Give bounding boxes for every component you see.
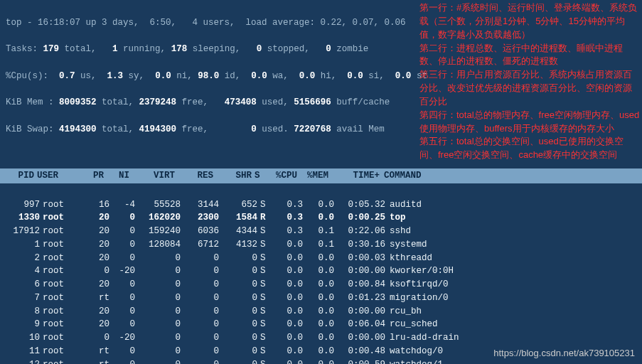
annotation-overlay: 第一行：#系统时间、运行时间、登录终端数、系统负载（三个数，分别是1分钟、5分钟… xyxy=(419,1,640,162)
table-row[interactable]: 4root0-20000S0.00.00:00.00kworker/0:0H xyxy=(6,264,636,278)
table-row[interactable]: 997root16-4555283144652S0.30.00:05.32aud… xyxy=(6,198,636,212)
table-row[interactable]: 8root200000S0.00.00:00.00rcu_bh xyxy=(6,305,636,318)
annotation-line: 第二行：进程总数、运行中的进程数、睡眠中进程数、停止的进程数、僵死的进程数 xyxy=(419,42,640,69)
annotation-line: 第四行：total总的物理内存、free空闲物理内存、used使用物理内存、bu… xyxy=(419,109,640,136)
table-row[interactable]: 1root20012808467124132S0.00.10:30.16syst… xyxy=(6,238,636,252)
table-row[interactable]: 6root200000S0.00.00:00.84ksoftirqd/0 xyxy=(6,278,636,291)
watermark-text: https://blog.csdn.net/ak739105231 xyxy=(493,346,635,360)
table-row[interactable]: 17912root20015924060364344S0.30.10:22.06… xyxy=(6,225,636,238)
table-row[interactable]: 7rootrt0000S0.00.00:01.23migration/0 xyxy=(6,291,636,305)
process-table-body: 997root16-4555283144652S0.30.00:05.32aud… xyxy=(6,198,636,365)
annotation-line: 第三行：用户占用资源百分比、系统内核占用资源百分比、改变过优先级的进程资源百分比… xyxy=(419,68,640,109)
process-table-header: PIDUSERPRNIVIRTRESSHRS%CPU%MEMTIME+COMMA… xyxy=(0,168,642,183)
table-row[interactable]: 1330root20016202023001584R0.30.00:00.25t… xyxy=(6,211,636,225)
table-row[interactable]: 9root200000S0.00.00:06.04rcu_sched xyxy=(6,318,636,331)
annotation-line: 第一行：#系统时间、运行时间、登录终端数、系统负载（三个数，分别是1分钟、5分钟… xyxy=(419,1,640,42)
table-row[interactable]: 2root200000S0.00.00:00.03kthreadd xyxy=(6,252,636,265)
annotation-line: 第五行：total总的交换空间、used已使用的交换空间、free空闲交换空间、… xyxy=(419,135,640,162)
table-row[interactable]: 10root0-20000S0.00.00:00.00lru-add-drain xyxy=(6,331,636,345)
